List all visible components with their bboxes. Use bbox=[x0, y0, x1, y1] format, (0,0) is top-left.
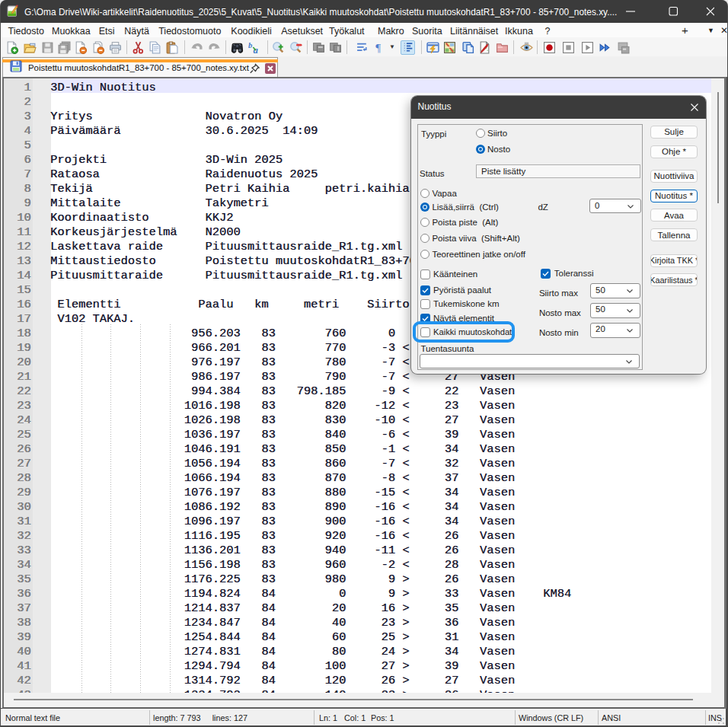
svg-text:b: b bbox=[248, 41, 252, 49]
svg-text:¶: ¶ bbox=[375, 41, 381, 53]
